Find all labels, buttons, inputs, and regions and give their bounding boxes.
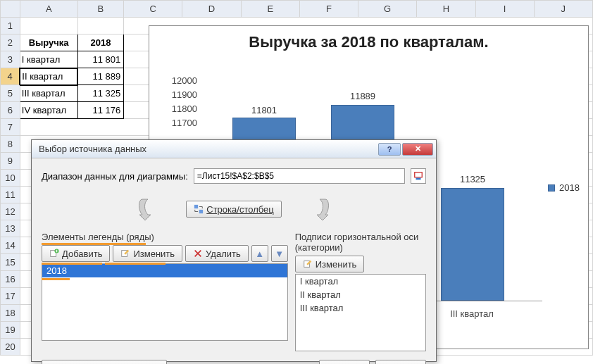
cancel-button[interactable]: Отмена bbox=[375, 360, 426, 364]
chart-data-label: 11325 bbox=[437, 174, 508, 184]
cell[interactable]: 11 325 bbox=[77, 85, 124, 102]
row-header[interactable]: 18 bbox=[1, 305, 20, 322]
legend-swatch bbox=[548, 184, 555, 192]
cell[interactable]: IV квартал bbox=[20, 102, 77, 119]
axis-labels-label: Подписи горизонтальной оси (категории) bbox=[295, 232, 426, 253]
move-up-button[interactable]: ▲ bbox=[251, 245, 268, 262]
range-label: Диапазон данных для диаграммы: bbox=[42, 171, 188, 182]
annotation-highlight bbox=[42, 243, 146, 245]
cell[interactable]: I квартал bbox=[20, 51, 77, 68]
edit-icon bbox=[303, 259, 313, 269]
col-header-I[interactable]: I bbox=[475, 1, 534, 18]
cell[interactable]: 11 801 bbox=[77, 51, 124, 68]
cell[interactable]: III квартал bbox=[20, 85, 77, 102]
cell[interactable]: 11 889 bbox=[77, 68, 124, 85]
row-header[interactable]: 1 bbox=[1, 18, 20, 34]
row-header[interactable]: 7 bbox=[1, 119, 20, 136]
legend-entries-label: Элементы легенды (ряды) bbox=[42, 232, 288, 242]
annotation-highlight bbox=[105, 263, 166, 265]
row-header[interactable]: 3 bbox=[1, 51, 20, 68]
switch-row-column-button[interactable]: Строка/столбец bbox=[186, 201, 281, 218]
list-item[interactable]: II квартал bbox=[296, 288, 425, 301]
legend-series-list[interactable]: 2018 bbox=[42, 263, 288, 341]
chart-title: Выручка за 2018 по кварталам. bbox=[149, 33, 588, 51]
select-data-source-dialog: Выбор источника данных ? ✕ Диапазон данн… bbox=[31, 139, 437, 362]
collapse-dialog-button[interactable] bbox=[411, 168, 426, 184]
row-header[interactable]: 4 bbox=[1, 68, 20, 85]
col-header-E[interactable]: E bbox=[241, 1, 299, 18]
switch-icon bbox=[194, 204, 204, 214]
chart-y-axis: 12000 11900 11800 11700 bbox=[162, 75, 197, 132]
list-item[interactable]: 2018 bbox=[42, 264, 287, 277]
delete-icon bbox=[193, 249, 203, 258]
dialog-titlebar[interactable]: Выбор источника данных ? ✕ bbox=[32, 140, 436, 158]
cell[interactable]: 2018 bbox=[77, 34, 124, 51]
annotation-highlight bbox=[42, 263, 102, 265]
switch-label: Строка/столбец bbox=[206, 204, 273, 215]
chart-bar bbox=[441, 188, 504, 301]
svg-rect-2 bbox=[194, 205, 198, 208]
svg-rect-3 bbox=[199, 210, 203, 213]
swap-arrow-right-icon bbox=[287, 196, 332, 222]
range-select-icon bbox=[413, 171, 423, 181]
chart-data-label: 11801 bbox=[229, 105, 299, 115]
col-header-A[interactable]: A bbox=[20, 1, 77, 18]
remove-series-button[interactable]: Удалить bbox=[185, 245, 249, 262]
row-header[interactable]: 11 bbox=[1, 187, 20, 203]
dialog-title: Выбор источника данных bbox=[39, 144, 378, 154]
col-header-H[interactable]: H bbox=[417, 1, 475, 18]
close-button[interactable]: ✕ bbox=[402, 143, 433, 156]
row-header[interactable]: 6 bbox=[1, 102, 20, 119]
row-header[interactable]: 14 bbox=[1, 237, 20, 254]
row-header[interactable]: 9 bbox=[1, 153, 20, 170]
col-header-G[interactable]: G bbox=[358, 1, 417, 18]
edit-icon bbox=[120, 249, 130, 258]
list-item[interactable]: III квартал bbox=[296, 301, 425, 315]
add-icon bbox=[49, 249, 59, 258]
list-item[interactable]: I квартал bbox=[296, 275, 425, 288]
chart-data-range-input[interactable] bbox=[194, 168, 405, 184]
row-header[interactable]: 10 bbox=[1, 170, 20, 187]
swap-arrow-left-icon bbox=[135, 196, 180, 222]
row-header[interactable]: 19 bbox=[1, 322, 20, 339]
row-header[interactable]: 8 bbox=[1, 136, 20, 153]
row-header[interactable]: 16 bbox=[1, 271, 20, 288]
row-header[interactable]: 12 bbox=[1, 203, 20, 220]
annotation-highlight bbox=[42, 278, 70, 280]
help-button[interactable]: ? bbox=[378, 143, 401, 156]
ok-button[interactable]: ОК bbox=[319, 360, 370, 364]
row-header[interactable]: 15 bbox=[1, 254, 20, 271]
active-cell[interactable]: II квартал bbox=[20, 68, 77, 85]
svg-rect-1 bbox=[416, 178, 421, 180]
col-header-B[interactable]: B bbox=[77, 1, 124, 18]
chart-legend: 2018 bbox=[548, 182, 580, 193]
legend-label: 2018 bbox=[559, 182, 580, 193]
col-header-C[interactable]: C bbox=[124, 1, 182, 18]
row-header[interactable]: 20 bbox=[1, 339, 20, 356]
axis-labels-list[interactable]: I квартал II квартал III квартал bbox=[295, 274, 426, 351]
row-header[interactable]: 5 bbox=[1, 85, 20, 102]
col-header-J[interactable]: J bbox=[534, 1, 592, 18]
row-header[interactable]: 17 bbox=[1, 288, 20, 305]
row-header[interactable]: 13 bbox=[1, 220, 20, 237]
row-header[interactable]: 2 bbox=[1, 34, 20, 51]
edit-axis-labels-button[interactable]: Изменить bbox=[295, 256, 365, 272]
hidden-empty-cells-button[interactable]: Скрытые и пустые ячейки bbox=[42, 360, 167, 364]
chart-data-label: 11889 bbox=[327, 91, 398, 101]
col-header-D[interactable]: D bbox=[182, 1, 241, 18]
cell[interactable]: Выручка bbox=[20, 34, 77, 51]
svg-rect-0 bbox=[415, 172, 423, 177]
move-down-button[interactable]: ▼ bbox=[271, 245, 288, 262]
edit-series-button[interactable]: Изменить bbox=[113, 245, 182, 262]
add-series-button[interactable]: Добавить bbox=[42, 245, 110, 262]
chart-x-label: III квартал bbox=[430, 308, 514, 319]
select-all-corner[interactable] bbox=[1, 1, 20, 18]
cell[interactable]: 11 176 bbox=[77, 102, 124, 119]
col-header-F[interactable]: F bbox=[299, 1, 358, 18]
